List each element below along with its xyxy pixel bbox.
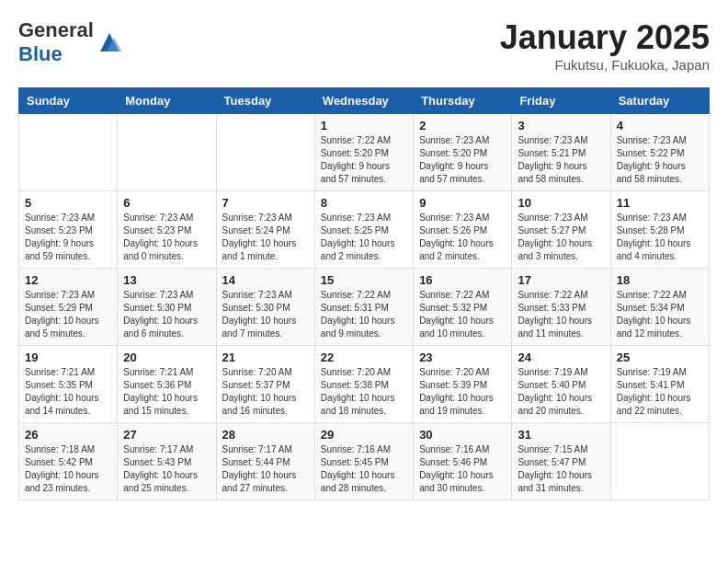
month-title: January 2025	[500, 18, 710, 57]
day-info: Sunrise: 7:16 AM Sunset: 5:46 PM Dayligh…	[419, 443, 506, 495]
calendar-cell: 30Sunrise: 7:16 AM Sunset: 5:46 PM Dayli…	[414, 423, 512, 500]
calendar-cell: 20Sunrise: 7:21 AM Sunset: 5:36 PM Dayli…	[118, 346, 216, 423]
day-info: Sunrise: 7:20 AM Sunset: 5:38 PM Dayligh…	[321, 366, 407, 418]
day-info: Sunrise: 7:23 AM Sunset: 5:22 PM Dayligh…	[617, 134, 703, 186]
calendar-cell	[610, 423, 709, 500]
calendar-cell: 1Sunrise: 7:22 AM Sunset: 5:20 PM Daylig…	[314, 114, 413, 191]
calendar-cell: 2Sunrise: 7:23 AM Sunset: 5:20 PM Daylig…	[414, 114, 512, 191]
calendar-cell	[19, 114, 118, 191]
day-number: 31	[518, 428, 604, 442]
calendar-cell: 16Sunrise: 7:22 AM Sunset: 5:32 PM Dayli…	[414, 269, 512, 346]
day-info: Sunrise: 7:22 AM Sunset: 5:20 PM Dayligh…	[321, 134, 407, 186]
weekday-header-row: SundayMondayTuesdayWednesdayThursdayFrid…	[19, 88, 710, 114]
day-info: Sunrise: 7:23 AM Sunset: 5:30 PM Dayligh…	[123, 289, 210, 340]
page-header: General Blue January 2025 Fukutsu, Fukuo…	[18, 18, 710, 73]
day-info: Sunrise: 7:21 AM Sunset: 5:36 PM Dayligh…	[123, 366, 210, 418]
day-number: 23	[419, 350, 506, 364]
calendar-cell: 19Sunrise: 7:21 AM Sunset: 5:35 PM Dayli…	[19, 346, 118, 423]
day-info: Sunrise: 7:16 AM Sunset: 5:45 PM Dayligh…	[321, 443, 407, 495]
calendar-cell: 12Sunrise: 7:23 AM Sunset: 5:29 PM Dayli…	[19, 269, 118, 346]
day-info: Sunrise: 7:23 AM Sunset: 5:23 PM Dayligh…	[123, 212, 210, 263]
logo: General Blue	[18, 18, 123, 66]
calendar-cell: 31Sunrise: 7:15 AM Sunset: 5:47 PM Dayli…	[512, 423, 610, 500]
calendar-cell: 26Sunrise: 7:18 AM Sunset: 5:42 PM Dayli…	[19, 423, 118, 500]
day-number: 26	[25, 428, 111, 442]
calendar-cell: 5Sunrise: 7:23 AM Sunset: 5:23 PM Daylig…	[19, 191, 118, 269]
day-number: 2	[419, 119, 506, 132]
week-row-2: 5Sunrise: 7:23 AM Sunset: 5:23 PM Daylig…	[19, 191, 710, 269]
day-info: Sunrise: 7:23 AM Sunset: 5:26 PM Dayligh…	[419, 212, 506, 263]
day-info: Sunrise: 7:23 AM Sunset: 5:20 PM Dayligh…	[419, 134, 506, 186]
week-row-5: 26Sunrise: 7:18 AM Sunset: 5:42 PM Dayli…	[19, 423, 710, 500]
calendar-table: SundayMondayTuesdayWednesdayThursdayFrid…	[18, 87, 710, 500]
calendar-cell	[216, 114, 314, 191]
day-info: Sunrise: 7:17 AM Sunset: 5:44 PM Dayligh…	[222, 443, 309, 495]
day-number: 30	[419, 428, 506, 442]
day-info: Sunrise: 7:23 AM Sunset: 5:30 PM Dayligh…	[222, 289, 309, 340]
day-number: 14	[222, 273, 309, 287]
day-number: 20	[123, 350, 210, 364]
day-info: Sunrise: 7:23 AM Sunset: 5:25 PM Dayligh…	[321, 212, 407, 263]
week-row-3: 12Sunrise: 7:23 AM Sunset: 5:29 PM Dayli…	[19, 269, 710, 346]
weekday-header-sunday: Sunday	[19, 88, 118, 114]
day-info: Sunrise: 7:23 AM Sunset: 5:24 PM Dayligh…	[222, 212, 309, 263]
day-info: Sunrise: 7:23 AM Sunset: 5:23 PM Dayligh…	[25, 212, 111, 263]
day-number: 12	[25, 273, 111, 287]
day-info: Sunrise: 7:22 AM Sunset: 5:34 PM Dayligh…	[617, 289, 703, 340]
calendar-cell: 18Sunrise: 7:22 AM Sunset: 5:34 PM Dayli…	[610, 269, 709, 346]
day-info: Sunrise: 7:22 AM Sunset: 5:31 PM Dayligh…	[321, 289, 407, 340]
calendar-cell: 6Sunrise: 7:23 AM Sunset: 5:23 PM Daylig…	[118, 191, 216, 269]
weekday-header-saturday: Saturday	[610, 88, 709, 114]
day-number: 7	[222, 196, 309, 210]
calendar-cell: 14Sunrise: 7:23 AM Sunset: 5:30 PM Dayli…	[216, 269, 314, 346]
calendar-cell: 3Sunrise: 7:23 AM Sunset: 5:21 PM Daylig…	[512, 114, 610, 191]
weekday-header-thursday: Thursday	[414, 88, 512, 114]
logo-general: General	[18, 18, 94, 41]
day-info: Sunrise: 7:22 AM Sunset: 5:32 PM Dayligh…	[419, 289, 506, 340]
day-number: 29	[321, 428, 407, 442]
day-number: 22	[321, 350, 407, 364]
calendar-cell: 29Sunrise: 7:16 AM Sunset: 5:45 PM Dayli…	[314, 423, 413, 500]
calendar-cell: 25Sunrise: 7:19 AM Sunset: 5:41 PM Dayli…	[610, 346, 709, 423]
day-info: Sunrise: 7:20 AM Sunset: 5:39 PM Dayligh…	[419, 366, 506, 418]
day-number: 15	[321, 273, 407, 287]
day-number: 8	[321, 196, 407, 210]
week-row-1: 1Sunrise: 7:22 AM Sunset: 5:20 PM Daylig…	[19, 114, 710, 191]
day-number: 1	[321, 119, 407, 132]
logo-text: General Blue	[18, 18, 94, 66]
day-number: 11	[617, 196, 703, 210]
day-number: 10	[518, 196, 604, 210]
title-block: January 2025 Fukutsu, Fukuoka, Japan	[500, 18, 710, 73]
day-number: 17	[518, 273, 604, 287]
day-info: Sunrise: 7:18 AM Sunset: 5:42 PM Dayligh…	[25, 443, 111, 495]
calendar-cell: 21Sunrise: 7:20 AM Sunset: 5:37 PM Dayli…	[216, 346, 314, 423]
day-info: Sunrise: 7:21 AM Sunset: 5:35 PM Dayligh…	[25, 366, 111, 418]
day-number: 4	[617, 119, 703, 132]
calendar-cell: 13Sunrise: 7:23 AM Sunset: 5:30 PM Dayli…	[118, 269, 216, 346]
calendar-cell: 9Sunrise: 7:23 AM Sunset: 5:26 PM Daylig…	[414, 191, 512, 269]
day-number: 21	[222, 350, 309, 364]
day-number: 6	[123, 196, 210, 210]
weekday-header-wednesday: Wednesday	[314, 88, 413, 114]
day-info: Sunrise: 7:19 AM Sunset: 5:40 PM Dayligh…	[518, 366, 604, 418]
weekday-header-friday: Friday	[512, 88, 610, 114]
day-number: 27	[123, 428, 210, 442]
location-subtitle: Fukutsu, Fukuoka, Japan	[500, 57, 710, 73]
weekday-header-monday: Monday	[118, 88, 216, 114]
day-number: 25	[617, 350, 703, 364]
day-info: Sunrise: 7:23 AM Sunset: 5:27 PM Dayligh…	[518, 212, 604, 263]
calendar-cell: 17Sunrise: 7:22 AM Sunset: 5:33 PM Dayli…	[512, 269, 610, 346]
logo-blue: Blue	[18, 42, 63, 65]
day-number: 24	[518, 350, 604, 364]
logo-icon	[96, 29, 123, 56]
weekday-header-tuesday: Tuesday	[216, 88, 314, 114]
day-number: 3	[518, 119, 604, 132]
day-info: Sunrise: 7:23 AM Sunset: 5:28 PM Dayligh…	[617, 212, 703, 263]
day-number: 13	[123, 273, 210, 287]
day-info: Sunrise: 7:22 AM Sunset: 5:33 PM Dayligh…	[518, 289, 604, 340]
calendar-cell: 8Sunrise: 7:23 AM Sunset: 5:25 PM Daylig…	[314, 191, 413, 269]
calendar-cell: 27Sunrise: 7:17 AM Sunset: 5:43 PM Dayli…	[118, 423, 216, 500]
day-info: Sunrise: 7:20 AM Sunset: 5:37 PM Dayligh…	[222, 366, 309, 418]
calendar-cell	[118, 114, 216, 191]
calendar-cell: 7Sunrise: 7:23 AM Sunset: 5:24 PM Daylig…	[216, 191, 314, 269]
